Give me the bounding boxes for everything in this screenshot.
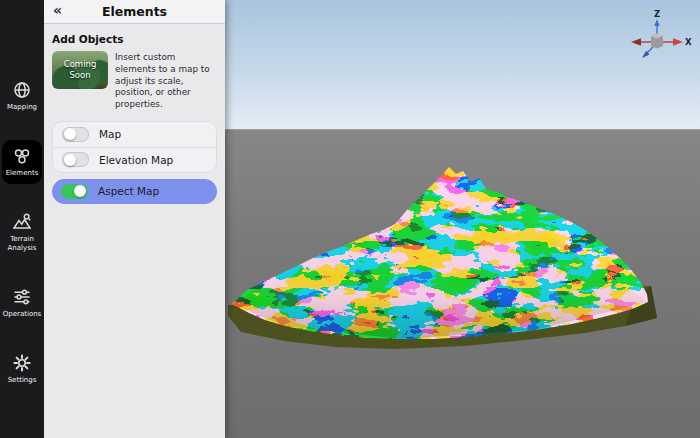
toggle-row-map[interactable]: Map bbox=[53, 122, 216, 147]
elevation-map-toggle[interactable] bbox=[62, 152, 89, 167]
add-objects-row: Coming Soon Insert custom elements to a … bbox=[52, 51, 217, 111]
toggle-row-label: Aspect Map bbox=[98, 185, 159, 197]
sidebar-item-label: Settings bbox=[8, 376, 37, 385]
axis-z-label: Z bbox=[654, 9, 660, 19]
toggle-knob bbox=[64, 128, 76, 140]
sidebar-item-label: Terrain Analysis bbox=[3, 235, 41, 253]
panel-title: Elements bbox=[44, 4, 225, 19]
toggle-row-elevation-map[interactable]: Elevation Map bbox=[53, 147, 216, 172]
sidebar-item-label: Elements bbox=[6, 169, 39, 178]
terrain-analysis-icon bbox=[12, 212, 32, 232]
coming-soon-label: Coming Soon bbox=[52, 59, 108, 80]
terrain-scene bbox=[225, 0, 700, 438]
sidebar-item-operations[interactable]: Operations bbox=[2, 281, 42, 325]
operations-icon bbox=[12, 287, 32, 307]
axis-gizmo[interactable]: Z X bbox=[628, 5, 692, 63]
gear-icon bbox=[12, 353, 32, 373]
add-objects-description: Insert custom elements to a map to adjus… bbox=[115, 51, 217, 111]
sidebar-item-label: Mapping bbox=[7, 103, 37, 112]
toggle-knob bbox=[64, 154, 76, 166]
x-axis-cone[interactable] bbox=[673, 38, 683, 46]
axis-x-label: X bbox=[685, 37, 692, 47]
panel-header: « Elements bbox=[44, 0, 225, 24]
globe-icon bbox=[12, 80, 32, 100]
map-toggle[interactable] bbox=[62, 127, 89, 142]
sidebar-item-terrain-analysis[interactable]: Terrain Analysis bbox=[2, 206, 42, 259]
aspect-map-toggle[interactable] bbox=[61, 184, 88, 199]
sidebar-item-label: Operations bbox=[3, 310, 41, 319]
sidebar-item-settings[interactable]: Settings bbox=[2, 347, 42, 391]
gizmo-center-cube[interactable] bbox=[651, 34, 663, 49]
app-window: Mapping Elements Terrain Analysis bbox=[0, 0, 700, 438]
sidebar-item-elements[interactable]: Elements bbox=[2, 140, 42, 184]
toggle-row-label: Map bbox=[99, 128, 121, 140]
sidebar-item-mapping[interactable]: Mapping bbox=[2, 74, 42, 118]
map-toggle-list: Map Elevation Map Aspect Map bbox=[52, 121, 217, 204]
sidebar: Mapping Elements Terrain Analysis bbox=[0, 0, 44, 438]
z-axis-cone[interactable] bbox=[654, 19, 659, 26]
collapse-panel-icon[interactable]: « bbox=[53, 3, 62, 17]
x-neg-axis-cone[interactable] bbox=[631, 38, 641, 46]
toggle-group: Map Elevation Map bbox=[52, 121, 217, 173]
toggle-row-label: Elevation Map bbox=[99, 154, 173, 166]
toggle-knob bbox=[74, 185, 86, 197]
scene-viewport[interactable]: Z X bbox=[225, 0, 700, 438]
add-objects-heading: Add Objects bbox=[52, 33, 217, 45]
elements-icon bbox=[12, 146, 32, 166]
coming-soon-thumbnail[interactable]: Coming Soon bbox=[52, 51, 108, 89]
elements-panel: « Elements Add Objects Coming Soon Inser… bbox=[44, 0, 225, 438]
toggle-row-aspect-map[interactable]: Aspect Map bbox=[52, 179, 217, 204]
panel-body: Add Objects Coming Soon Insert custom el… bbox=[44, 24, 225, 204]
